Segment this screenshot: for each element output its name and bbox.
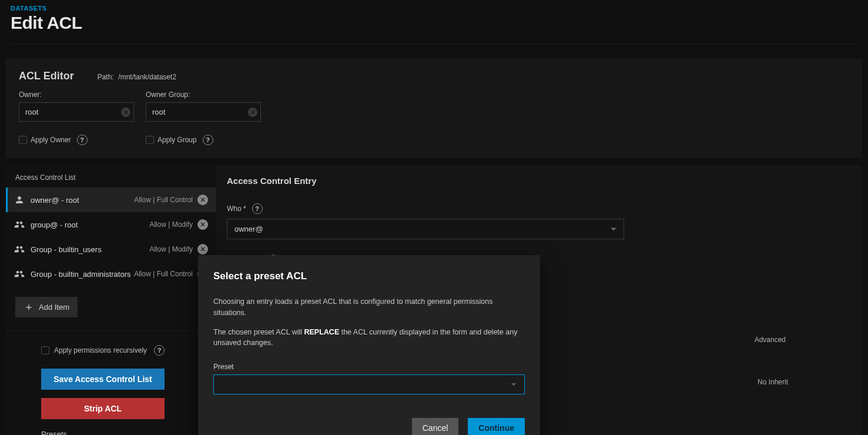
apply-recursive-checkbox[interactable] <box>41 346 49 354</box>
acl-row-summary: Allow | Full Control <box>134 270 193 278</box>
acl-row-label: owner@ - root <box>31 196 79 205</box>
acl-row[interactable]: owner@ - rootAllow | Full Control✕ <box>6 188 216 212</box>
delete-acl-row-icon[interactable]: ✕ <box>197 195 208 205</box>
divider <box>11 44 857 44</box>
acl-editor-card: ACL Editor Path: /mnt/tank/dataset2 Owne… <box>6 58 862 158</box>
acl-row-label: group@ - root <box>31 220 78 229</box>
presets-heading: Presets <box>41 430 181 435</box>
dialog-title: Select a preset ACL <box>213 270 525 282</box>
ace-title: Access Control Entry <box>227 176 852 186</box>
who-select[interactable]: owner@ <box>227 219 624 239</box>
acl-row-summary: Allow | Full Control <box>134 196 193 204</box>
owner-input[interactable] <box>19 102 134 122</box>
owner-label: Owner: <box>19 91 134 99</box>
strip-acl-button[interactable]: Strip ACL <box>41 398 165 419</box>
cancel-button[interactable]: Cancel <box>412 418 459 435</box>
help-icon[interactable]: ? <box>154 345 165 356</box>
help-icon[interactable]: ? <box>252 203 263 214</box>
owner-group-input[interactable] <box>146 102 261 122</box>
breadcrumb[interactable]: DATASETS <box>0 0 868 13</box>
chevron-down-icon <box>511 383 516 386</box>
who-value: owner@ <box>234 225 263 233</box>
dialog-text-2: The chosen preset ACL will REPLACE the A… <box>213 327 525 349</box>
owner-group-label: Owner Group: <box>146 91 261 99</box>
group-icon <box>14 244 25 255</box>
preset-acl-dialog: Select a preset ACL Choosing an entry lo… <box>198 255 540 435</box>
group-icon <box>14 269 25 279</box>
continue-button[interactable]: Continue <box>468 418 525 435</box>
preset-select[interactable] <box>213 374 525 394</box>
chevron-down-icon <box>611 227 616 230</box>
preset-label: Preset <box>213 363 525 371</box>
acl-row[interactable]: group@ - rootAllow | Modify✕ <box>6 212 216 237</box>
clear-owner-icon[interactable]: ✕ <box>121 108 130 117</box>
apply-owner-checkbox[interactable] <box>19 136 27 144</box>
apply-group-label: Apply Group <box>157 136 197 144</box>
delete-acl-row-icon[interactable]: ✕ <box>197 244 208 255</box>
group-icon <box>14 219 25 230</box>
apply-recursive-label: Apply permissions recursively <box>54 346 147 354</box>
acl-list-panel: Access Control List owner@ - rootAllow |… <box>6 165 216 435</box>
no-inherit-label: No Inherit <box>758 378 788 386</box>
help-icon[interactable]: ? <box>203 135 213 145</box>
acl-list-title: Access Control List <box>6 165 216 188</box>
help-icon[interactable]: ? <box>77 135 88 145</box>
acl-row-label: Group - builtin_users <box>31 245 102 254</box>
acl-row-summary: Allow | Modify <box>149 220 193 229</box>
path-label: Path: <box>98 73 114 81</box>
acl-editor-title: ACL Editor <box>19 70 74 82</box>
advanced-label: Advanced <box>755 336 786 344</box>
acl-row[interactable]: Group - builtin_usersAllow | Modify✕ <box>6 237 216 262</box>
acl-row-label: Group - builtin_administrators <box>31 270 131 279</box>
acl-row-summary: Allow | Modify <box>149 245 193 253</box>
clear-owner-group-icon[interactable]: ✕ <box>248 108 257 117</box>
dialog-text-1: Choosing an entry loads a preset ACL tha… <box>213 296 525 319</box>
page-title: Edit ACL <box>0 13 868 44</box>
acl-row[interactable]: Group - builtin_administratorsAllow | Fu… <box>6 262 216 286</box>
delete-acl-row-icon[interactable]: ✕ <box>197 219 208 230</box>
plus-icon: ＋ <box>24 303 34 311</box>
add-item-button[interactable]: ＋ Add Item <box>15 297 78 317</box>
save-acl-button[interactable]: Save Access Control List <box>41 369 165 390</box>
add-item-label: Add Item <box>39 303 69 312</box>
apply-group-checkbox[interactable] <box>146 136 154 144</box>
who-label: Who * <box>227 205 246 213</box>
user-icon <box>14 195 25 205</box>
apply-owner-label: Apply Owner <box>31 136 71 144</box>
path-value: /mnt/tank/dataset2 <box>118 73 176 81</box>
